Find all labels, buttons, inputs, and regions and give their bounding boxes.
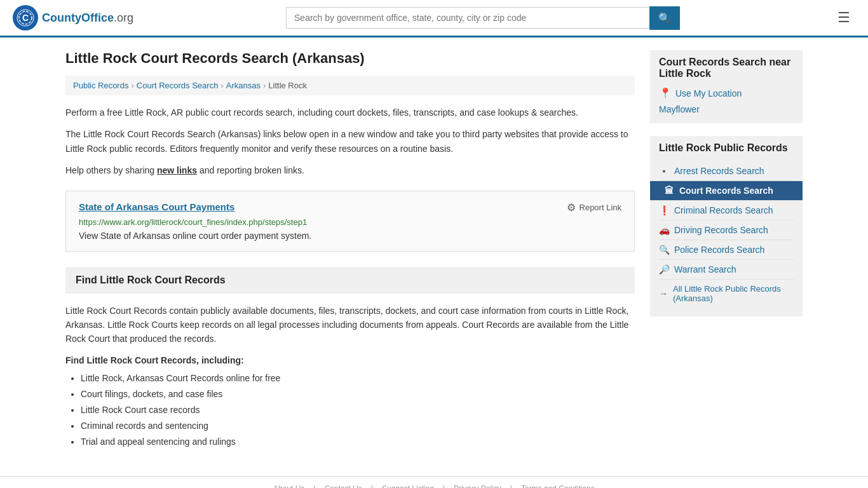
footer-separator: | (443, 484, 445, 488)
record-card: State of Arkansas Court Payments ⚙ Repor… (65, 191, 635, 252)
location-pin-icon: 📍 (659, 87, 672, 99)
intro-paragraph-3: Help others by sharing new links and rep… (65, 163, 635, 177)
sidebar-nearby: Court Records Search near Little Rock 📍 … (650, 50, 803, 123)
sidebar-pr-title: Little Rock Public Records (659, 142, 794, 154)
find-including-label: Find Little Rock Court Records, includin… (65, 355, 635, 365)
breadcrumb-arkansas[interactable]: Arkansas (226, 81, 261, 90)
sidebar-item-icon: 🔍 (659, 245, 669, 255)
report-label: Report Link (580, 203, 621, 212)
logo-area: C CountyOffice.org (13, 5, 133, 30)
list-item: Trial and appeal sentencing and rulings (81, 434, 635, 450)
sidebar-public-records: Little Rock Public Records ▪Arrest Recor… (650, 136, 803, 316)
sidebar-item[interactable]: 🔎Warrant Search (659, 260, 794, 280)
search-icon: 🔍 (658, 13, 671, 24)
sidebar-item-label: Court Records Search (679, 186, 773, 196)
sidebar: Court Records Search near Little Rock 📍 … (650, 50, 803, 451)
list-item: Criminal records and sentencing (81, 418, 635, 434)
sidebar-item-label: Arrest Records Search (674, 166, 764, 176)
footer-separator: | (510, 484, 512, 488)
breadcrumb-public-records[interactable]: Public Records (73, 81, 128, 90)
intro-paragraph-1: Perform a free Little Rock, AR public co… (65, 105, 635, 119)
intro-suffix: and reporting broken links. (197, 165, 304, 175)
find-description: Little Rock Court Records contain public… (65, 304, 635, 346)
main-layout: Little Rock Court Records Search (Arkans… (53, 37, 815, 476)
breadcrumb: Public Records › Court Records Search › … (65, 76, 635, 95)
sidebar-items-container: ▪Arrest Records Search🏛Court Records Sea… (659, 161, 794, 308)
menu-icon[interactable]: ☰ (832, 7, 855, 29)
breadcrumb-little-rock: Little Rock (268, 81, 307, 90)
use-my-location-link[interactable]: 📍 Use My Location (659, 87, 794, 99)
footer-link[interactable]: Contact Us (324, 484, 362, 488)
footer-separator: | (313, 484, 315, 488)
sidebar-item[interactable]: 🔍Police Records Search (659, 240, 794, 260)
search-input[interactable] (286, 7, 649, 29)
breadcrumb-court-records[interactable]: Court Records Search (137, 81, 219, 90)
search-button[interactable]: 🔍 (649, 6, 680, 30)
new-links-link[interactable]: new links (157, 165, 197, 175)
list-item: Court filings, dockets, and case files (81, 386, 635, 402)
sidebar-item-label: Criminal Records Search (674, 205, 773, 215)
report-link-button[interactable]: ⚙ Report Link (567, 201, 621, 214)
footer-separator: | (371, 484, 373, 488)
record-card-header: State of Arkansas Court Payments ⚙ Repor… (79, 201, 621, 214)
report-icon: ⚙ (567, 201, 576, 214)
sidebar-item-icon: ❗ (659, 205, 669, 215)
intro-paragraph-2: The Little Rock Court Records Search (Ar… (65, 127, 635, 156)
record-url[interactable]: https://www.ark.org/littlerock/court_fin… (79, 217, 621, 227)
sidebar-item[interactable]: ❗Criminal Records Search (659, 201, 794, 220)
sidebar-nearby-title: Court Records Search near Little Rock (659, 57, 794, 79)
logo-icon: C (13, 5, 38, 30)
sidebar-item-icon: → (659, 288, 668, 299)
use-my-location-label: Use My Location (675, 88, 742, 98)
footer-bar: About Us|Contact Us|Suggest Listing|Priv… (0, 476, 868, 488)
find-section: Find Little Rock Court Records (65, 267, 635, 294)
page-title: Little Rock Court Records Search (Arkans… (65, 50, 635, 67)
footer-link[interactable]: About Us (273, 484, 304, 488)
list-item: Little Rock, Arkansas Court Records onli… (81, 370, 635, 386)
sidebar-item-label: All Little Rock Public Records (Arkansas… (673, 284, 794, 303)
main-content: Little Rock Court Records Search (Arkans… (65, 50, 635, 451)
sidebar-item[interactable]: 🏛Court Records Search (650, 181, 803, 201)
find-section-title: Find Little Rock Court Records (76, 274, 625, 286)
header: C CountyOffice.org 🔍 ☰ (0, 0, 868, 37)
record-title-link[interactable]: State of Arkansas Court Payments (79, 201, 234, 212)
list-item: Little Rock Court case records (81, 402, 635, 418)
sidebar-item-label: Driving Records Search (674, 225, 768, 235)
footer-link[interactable]: Suggest Listing (382, 484, 434, 488)
sidebar-item-icon: 🚗 (659, 225, 669, 235)
sidebar-item-icon: 🏛 (664, 186, 674, 196)
sidebar-item[interactable]: ▪Arrest Records Search (659, 161, 794, 181)
footer-link[interactable]: Privacy Policy (454, 484, 501, 488)
search-bar: 🔍 (286, 6, 680, 30)
nearby-city-link[interactable]: Mayflower (659, 104, 700, 114)
sidebar-item-label: Police Records Search (674, 245, 764, 255)
footer-link[interactable]: Terms and Conditions (521, 484, 595, 488)
sidebar-item[interactable]: 🚗Driving Records Search (659, 220, 794, 240)
record-description: View State of Arkansas online court orde… (79, 231, 621, 241)
logo-text[interactable]: CountyOffice.org (42, 11, 133, 25)
sidebar-item[interactable]: →All Little Rock Public Records (Arkansa… (659, 280, 794, 308)
sidebar-item-label: Warrant Search (674, 264, 736, 274)
svg-text:C: C (22, 13, 29, 23)
records-list: Little Rock, Arkansas Court Records onli… (65, 370, 635, 451)
sidebar-item-icon: ▪ (659, 166, 669, 176)
sidebar-item-icon: 🔎 (659, 264, 669, 274)
intro-prefix: Help others by sharing (65, 165, 157, 175)
